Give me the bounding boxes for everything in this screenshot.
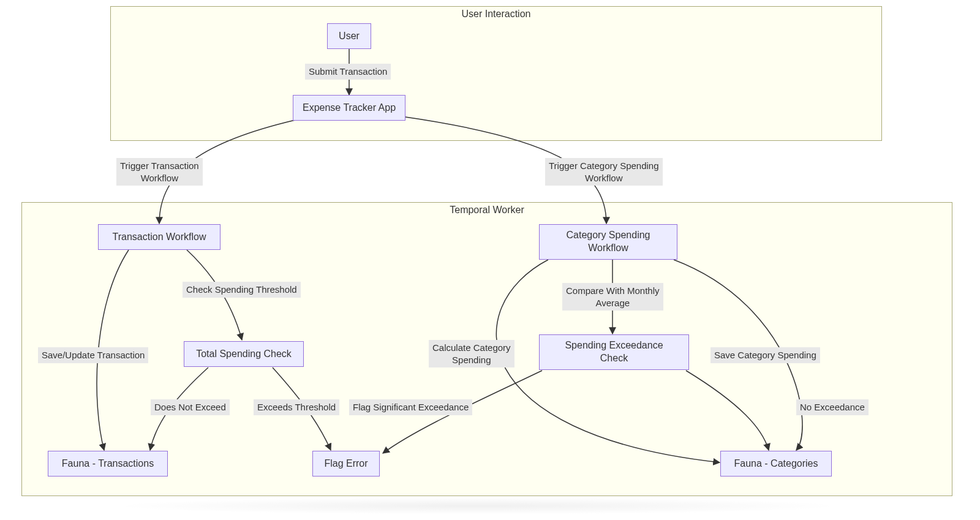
node-flag-error: Flag Error [312,451,380,477]
edge-label-calculate-category-spending: Calculate Category Spending [429,340,514,367]
bottom-shadow [110,497,845,514]
edge-label-flag-significant-exceedance: Flag Significant Exceedance [349,399,472,415]
edge-label-save-category-spending: Save Category Spending [710,347,820,363]
edge-label-exceeds-threshold: Exceeds Threshold [254,399,339,415]
node-category-spending-workflow: Category Spending Workflow [539,224,677,260]
node-fauna-transactions: Fauna - Transactions [48,451,168,477]
edge-label-submit-transaction: Submit Transaction [305,64,391,80]
subgraph-title-temporal-worker: Temporal Worker [22,205,952,216]
subgraph-title-user-interaction: User Interaction [111,9,881,20]
diagram-canvas: User Interaction Temporal Worker [0,0,980,520]
edge-label-save-update-transaction: Save/Update Transaction [38,347,148,363]
edge-label-no-exceedance: No Exceedance [796,399,869,415]
edge-label-check-spending-threshold: Check Spending Threshold [183,282,301,298]
node-transaction-workflow: Transaction Workflow [98,224,221,250]
edge-label-does-not-exceed: Does Not Exceed [151,399,230,415]
edge-label-trigger-transaction-workflow: Trigger Transaction Workflow [116,158,203,186]
node-user: User [327,23,371,49]
node-total-spending-check: Total Spending Check [184,341,304,367]
subgraph-user-interaction: User Interaction [110,6,882,141]
node-fauna-categories: Fauna - Categories [720,451,832,477]
node-spending-exceedance-check: Spending Exceedance Check [539,334,689,370]
edge-label-compare-monthly-average: Compare With Monthly Average [562,283,663,311]
edge-label-trigger-category-spending-workflow: Trigger Category Spending Workflow [545,158,663,186]
node-expense-tracker-app: Expense Tracker App [293,95,405,121]
